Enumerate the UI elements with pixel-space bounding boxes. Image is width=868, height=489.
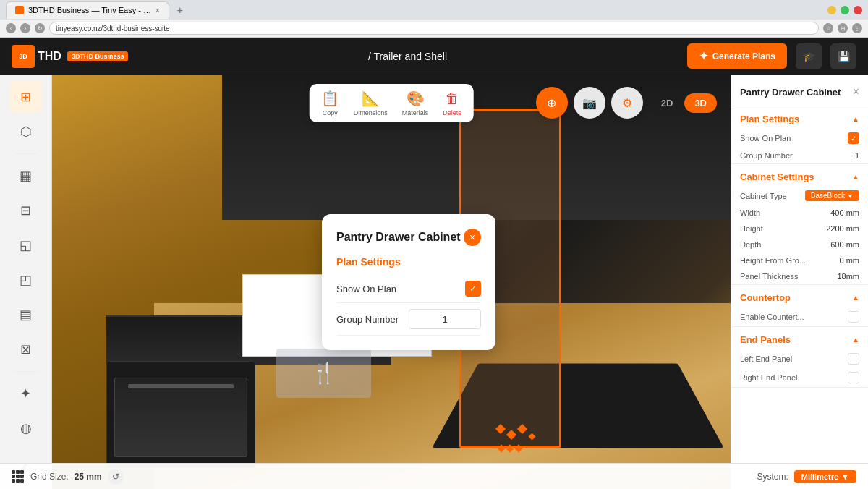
panel-section-cabinet-header[interactable]: Cabinet Settings ▲	[731, 164, 868, 187]
logo: 3D THD	[12, 45, 61, 68]
walls-icon: ◱	[20, 237, 32, 253]
panel-plan-title: Plan Settings	[740, 114, 799, 124]
panel-section-countertop-header[interactable]: Countertop ▲	[731, 285, 868, 307]
window-close-button[interactable]	[854, 6, 862, 14]
paint-icon: ◍	[20, 420, 32, 436]
popup-header: Pantry Drawer Cabinet ×	[336, 229, 481, 246]
dimensions-icon: 📐	[362, 90, 380, 107]
panel-height-from-ground-label: Height From Gro...	[740, 256, 840, 265]
group-number-row: Group Number	[336, 303, 481, 336]
generate-plans-button[interactable]: ✦ Generate Plans	[687, 43, 787, 69]
panel-group-number-value: 1	[855, 151, 859, 160]
new-tab-button[interactable]: +	[172, 2, 188, 18]
nav-extensions-button[interactable]: ⊞	[838, 23, 848, 33]
panel-height-from-ground-row: Height From Gro... 0 mm	[731, 252, 868, 268]
panel-section-end-panels: End Panels ▲ Left End Panel Right End Pa…	[731, 327, 868, 388]
sidebar-tool-windows[interactable]: ⊟	[10, 195, 42, 226]
group-number-input[interactable]	[409, 309, 481, 329]
panel-section-end-panels-header[interactable]: End Panels ▲	[731, 327, 868, 349]
sidebar-tool-plan[interactable]: ▦	[10, 160, 42, 192]
nav-menu-button[interactable]: ⋮	[852, 23, 862, 33]
panel-show-on-plan-row: Show On Plan ✓	[731, 129, 868, 148]
handle-1	[497, 444, 505, 452]
panel-section-plan-header[interactable]: Plan Settings ▲	[731, 106, 868, 129]
browser-chrome: 3DTHD Business — Tiny Easy - … × + ‹ › ↻…	[0, 0, 868, 38]
grid-size-value: 25 mm	[75, 472, 102, 482]
delete-tool[interactable]: 🗑 Delete	[443, 90, 461, 116]
panel-right-end-panel-checkbox[interactable]	[848, 372, 859, 383]
plan-icon: ▦	[20, 168, 32, 184]
logo-text: THD	[38, 50, 61, 63]
panel-enable-countertop-row: Enable Countert...	[731, 307, 868, 326]
tab-favicon	[15, 6, 24, 14]
panel-show-on-plan-checkbox[interactable]: ✓	[848, 132, 859, 144]
materials-tool[interactable]: 🎨 Materials	[402, 90, 429, 116]
nav-title: / Trailer and Shell	[137, 51, 678, 62]
window-minimize-button[interactable]	[827, 6, 836, 14]
reset-grid-button[interactable]: ↺	[108, 469, 124, 485]
system-value-badge[interactable]: Millimetre ▼	[794, 470, 856, 483]
panel-right-end-panel-row: Right End Panel	[731, 368, 868, 387]
panel-cabinet-title: Cabinet Settings	[740, 171, 814, 182]
view-controls: ⊕ 📷 ⚙ 2D 3D	[536, 87, 719, 119]
show-on-plan-label: Show On Plan	[336, 284, 396, 294]
view-mode-2d-button[interactable]: 2D	[651, 93, 684, 113]
viewport[interactable]: 🍴	[52, 75, 731, 489]
right-panel-close-button[interactable]: ×	[853, 85, 859, 98]
furniture-icon: ⊠	[20, 341, 31, 357]
url-bar[interactable]: tinyeasy.co.nz/3dthd-business-suite	[49, 22, 819, 35]
app-container: 3D THD 3DTHD Business / Trailer and Shel…	[0, 38, 868, 489]
browser-tab-active[interactable]: 3DTHD Business — Tiny Easy - … ×	[6, 1, 169, 19]
panel-panel-thickness-value: 18mm	[837, 272, 859, 281]
cube-icon: ⬡	[20, 124, 32, 140]
cabinet-type-dropdown[interactable]: BaseBlock ▼	[805, 190, 859, 201]
tab-close-button[interactable]: ×	[156, 7, 160, 14]
panel-height-from-ground-value: 0 mm	[840, 256, 860, 265]
orbit-view-button[interactable]: ⊕	[536, 87, 568, 119]
popup-close-button[interactable]: ×	[464, 229, 481, 246]
viewport-background: 🍴	[52, 75, 731, 489]
copy-tool[interactable]: 📋 Copy	[321, 90, 339, 116]
window-maximize-button[interactable]	[841, 6, 849, 14]
windows-icon: ⊟	[20, 203, 31, 218]
sidebar-tool-furniture[interactable]: ⊠	[10, 333, 42, 365]
sidebar-tool-layers[interactable]: ⊞	[10, 81, 42, 113]
show-on-plan-checkbox[interactable]: ✓	[465, 281, 481, 297]
nav-bookmark-button[interactable]: ☆	[823, 23, 833, 33]
settings-view-button[interactable]: ⚙	[611, 87, 643, 119]
sidebar-tool-walls[interactable]: ◱	[10, 229, 42, 261]
browser-tabs: 3DTHD Business — Tiny Easy - … × +	[0, 0, 868, 20]
view-mode-3d-button[interactable]: 3D	[684, 93, 717, 113]
panel-end-panels-title: End Panels	[740, 334, 791, 345]
sidebar-tool-paint[interactable]: ◍	[10, 412, 42, 444]
tab-title: 3DTHD Business — Tiny Easy - …	[28, 6, 151, 14]
popup-arrow-icon: →	[498, 273, 511, 288]
panel-group-number-row: Group Number 1	[731, 148, 868, 163]
nav-back-button[interactable]: ‹	[6, 23, 16, 33]
stairs-icon: ▤	[20, 307, 32, 323]
nav-forward-button[interactable]: ›	[20, 23, 30, 33]
sidebar-tool-stairs[interactable]: ▤	[10, 299, 42, 331]
save-button[interactable]: 💾	[830, 43, 856, 69]
handle-scatter-4	[529, 433, 536, 441]
sidebar-separator-2	[14, 371, 38, 372]
panel-section-countertop: Countertop ▲ Enable Countert...	[731, 285, 868, 327]
right-panel: Pantry Drawer Cabinet × Plan Settings ▲ …	[731, 75, 868, 489]
handle-3	[514, 444, 522, 452]
help-button[interactable]: 🎓	[796, 43, 822, 69]
handle-scatter-2	[506, 430, 516, 440]
panel-panel-thickness-label: Panel Thickness	[740, 272, 837, 281]
panel-enable-countertop-label: Enable Countert...	[740, 312, 848, 321]
dimensions-label: Dimensions	[354, 109, 388, 116]
dimensions-tool[interactable]: 📐 Dimensions	[354, 90, 388, 116]
panel-panel-thickness-row: Panel Thickness 18mm	[731, 268, 868, 284]
panel-enable-countertop-checkbox[interactable]	[848, 311, 859, 323]
panel-left-end-panel-checkbox[interactable]	[848, 353, 859, 365]
sidebar-tool-floors[interactable]: ◰	[10, 264, 42, 296]
camera-view-button[interactable]: 📷	[574, 87, 605, 119]
sidebar-tool-light[interactable]: ✦	[10, 378, 42, 409]
panel-show-on-plan-label: Show On Plan	[740, 134, 848, 143]
nav-refresh-button[interactable]: ↻	[35, 23, 45, 33]
main-content: ⊞ ⬡ ▦ ⊟ ◱ ◰ ▤ ⊠	[0, 75, 868, 489]
sidebar-tool-cube[interactable]: ⬡	[10, 116, 42, 148]
